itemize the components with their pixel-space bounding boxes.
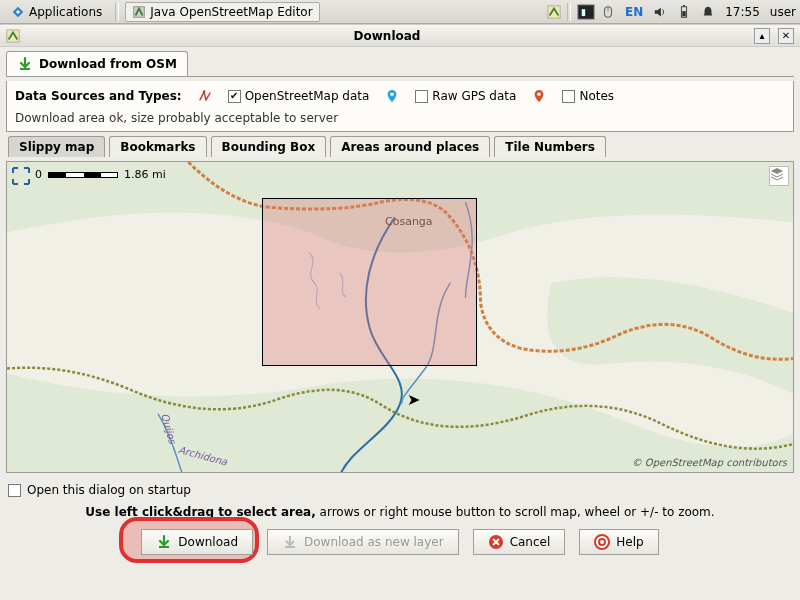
clock[interactable]: 17:55 [725, 5, 760, 19]
subtab-areas-around-places[interactable]: Areas around places [330, 136, 490, 157]
subtab-slippy-map[interactable]: Slippy map [8, 136, 105, 157]
help-button[interactable]: Help [579, 529, 658, 555]
download-arrow-icon [17, 56, 33, 72]
mouse-icon[interactable] [601, 5, 615, 19]
svg-rect-9 [682, 11, 686, 16]
app-icon [132, 5, 146, 19]
slippy-map[interactable]: 0 1.86 mi Cosanga Quijos Archidona © Ope… [6, 161, 794, 473]
unchecked-icon [8, 484, 21, 497]
svg-point-20 [599, 539, 605, 545]
hint-text: Use left click&drag to select area, arro… [6, 501, 794, 525]
applications-menu[interactable]: Applications [4, 2, 109, 22]
taskbar-window-button[interactable]: Java OpenStreetMap Editor [125, 2, 319, 22]
main-tabs: Download from OSM [6, 51, 794, 77]
applications-label: Applications [29, 5, 102, 19]
keyboard-layout[interactable]: EN [625, 5, 643, 19]
data-sources-row: Data Sources and Types: ✔ OpenStreetMap … [15, 89, 785, 103]
svg-point-12 [202, 90, 205, 93]
subtab-tile-numbers[interactable]: Tile Numbers [494, 136, 606, 157]
download-arrow-icon [156, 534, 172, 550]
subtab-bounding-box[interactable]: Bounding Box [211, 136, 327, 157]
dialog-title: Download [28, 29, 746, 43]
download-panel: Data Sources and Types: ✔ OpenStreetMap … [6, 81, 794, 132]
check-icon: ✔ [228, 90, 241, 103]
svg-rect-8 [683, 5, 685, 7]
layers-button[interactable] [769, 166, 789, 186]
subtab-bookmarks[interactable]: Bookmarks [109, 136, 206, 157]
notifications-icon[interactable] [701, 5, 715, 19]
data-sources-label: Data Sources and Types: [15, 89, 182, 103]
checkbox-open-on-startup[interactable]: Open this dialog on startup [6, 477, 794, 497]
volume-icon[interactable] [653, 5, 667, 19]
josm-icon [11, 5, 25, 19]
svg-point-14 [538, 93, 542, 97]
selection-rectangle[interactable] [262, 198, 477, 366]
download-dialog: Download ▴ ✕ Download from OSM Data Sour… [0, 24, 800, 600]
dialog-titlebar: Download ▴ ✕ [0, 25, 800, 47]
tray-josm-icon[interactable] [547, 5, 561, 19]
download-button[interactable]: Download [141, 529, 253, 555]
map-scale: 0 1.86 mi [35, 168, 166, 181]
fullscreen-icon[interactable] [11, 166, 31, 186]
scale-bar [48, 172, 118, 178]
svg-point-13 [391, 93, 395, 97]
taskbar-window-title: Java OpenStreetMap Editor [150, 5, 312, 19]
download-new-layer-button[interactable]: Download as new layer [267, 529, 459, 555]
checkbox-osm-data[interactable]: ✔ OpenStreetMap data [228, 89, 370, 103]
svg-rect-16 [159, 546, 169, 548]
tab-label: Download from OSM [39, 57, 177, 71]
svg-rect-11 [20, 68, 30, 70]
cancel-button[interactable]: Cancel [473, 529, 566, 555]
svg-point-0 [16, 10, 20, 14]
checkbox-notes[interactable]: Notes [562, 89, 614, 103]
tab-download-from-osm[interactable]: Download from OSM [6, 51, 188, 76]
place-label-cosanga: Cosanga [385, 215, 433, 228]
unchecked-icon [415, 90, 428, 103]
separator [115, 3, 119, 21]
download-layer-icon [282, 534, 298, 550]
map-attribution: © OpenStreetMap contributors [632, 457, 787, 468]
osm-data-icon [198, 89, 212, 103]
svg-text:▮: ▮ [581, 7, 586, 17]
status-text: Download area ok, size probably acceptab… [15, 111, 785, 125]
taskbar: Applications Java OpenStreetMap Editor ▮… [0, 0, 800, 24]
user-label[interactable]: user [770, 5, 796, 19]
cancel-icon [488, 534, 504, 550]
shade-button[interactable]: ▴ [754, 28, 770, 44]
close-button[interactable]: ✕ [778, 28, 794, 44]
gps-pin-icon [385, 89, 399, 103]
separator [567, 3, 571, 21]
unchecked-icon [562, 90, 575, 103]
notes-pin-icon [532, 89, 546, 103]
area-subtabs: Slippy map Bookmarks Bounding Box Areas … [6, 136, 794, 157]
checkbox-gps[interactable]: Raw GPS data [415, 89, 516, 103]
terminal-icon[interactable]: ▮ [577, 4, 595, 20]
system-tray: EN 17:55 user [601, 5, 796, 19]
button-bar: Download Download as new layer Cancel He… [6, 529, 794, 561]
help-icon [594, 534, 610, 550]
svg-rect-17 [285, 546, 295, 548]
dialog-icon [6, 29, 20, 43]
battery-icon[interactable] [677, 5, 691, 19]
